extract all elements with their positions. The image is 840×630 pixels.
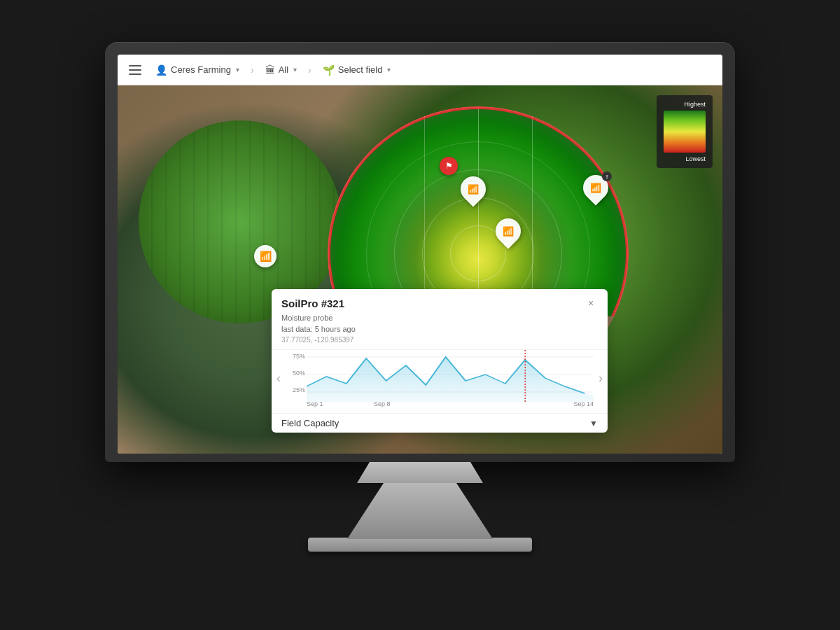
monitor-chin [357,462,483,483]
monitor: 👤 Ceres Farming ▾ › 🏛 All ▾ › 🌱 [105,42,735,588]
alert-badge: ! [602,172,612,181]
chart-x-label-sep8: Sep 8 [374,400,391,407]
chart-next-button[interactable]: › [594,350,608,406]
wifi-icon-center-top: 📶 [468,184,479,195]
legend: Highest Lowest [657,95,713,168]
org-arrow: ▾ [236,66,239,74]
flag-marker[interactable]: ⚑ [440,157,458,175]
flag-icon: ⚑ [445,161,453,171]
menu-icon[interactable] [126,60,146,80]
legend-lowest: Lowest [685,155,706,162]
info-popup: SoilPro #321 × Moisture probe last data:… [272,289,608,433]
breadcrumb-all[interactable]: 🏛 All ▾ [261,62,301,78]
chart-svg [307,350,594,402]
monitor-bezel: 👤 Ceres Farming ▾ › 🏛 All ▾ › 🌱 [105,42,735,462]
sensor-center-top[interactable]: 📶 [461,176,486,202]
chart-x-label-sep1: Sep 1 [307,400,323,407]
popup-chart-area: ‹ 75% 50% 25% [272,350,608,406]
popup-header: SoilPro #321 × [272,289,608,313]
org-label: Ceres Farming [171,64,231,75]
wifi-icon-center-mid: 📶 [503,226,514,237]
popup-title: SoilPro #321 [281,298,344,309]
org-icon: 👤 [155,64,167,76]
legend-highest: Highest [684,101,706,108]
popup-body: ‹ 75% 50% 25% [272,349,608,413]
wifi-icon-alert: 📶 [590,183,601,193]
nav-bar: 👤 Ceres Farming ▾ › 🏛 All ▾ › 🌱 [118,55,722,85]
popup-close-button[interactable]: × [584,296,598,310]
legend-gradient [664,111,706,153]
monitor-base [308,538,532,552]
sensor-pin-body-top: 📶 [456,172,491,207]
chevron-2: › [308,64,312,76]
app-container: 👤 Ceres Farming ▾ › 🏛 All ▾ › 🌱 [118,55,722,454]
chart-y-label-50: 50% [286,370,305,377]
field-arrow: ▾ [387,66,391,74]
popup-coords: 37.77025, -120.985397 [272,335,608,349]
map-container[interactable]: 📶 📶 [118,85,722,454]
chart-svg-container: 75% 50% 25% [286,350,594,406]
field-label: Select field [338,64,383,75]
monitor-screen: 👤 Ceres Farming ▾ › 🏛 All ▾ › 🌱 [118,55,722,454]
field-capacity-row: Field Capacity ▼ [272,413,608,433]
chevron-1: › [251,64,254,76]
all-label: All [279,64,288,75]
popup-subtitle: Moisture probe last data: 5 hours ago [272,313,608,335]
chart-prev-button[interactable]: ‹ [272,350,286,406]
sensor-left[interactable]: 📶 [254,245,276,267]
popup-subtitle-line1: Moisture probe [281,314,332,322]
breadcrumb-org[interactable]: 👤 Ceres Farming ▾ [151,62,244,78]
all-arrow: ▾ [293,66,297,74]
chart-y-label-25: 25% [286,386,305,393]
sensor-center-mid[interactable]: 📶 [496,218,521,244]
breadcrumb-field[interactable]: 🌱 Select field ▾ [318,62,396,78]
all-icon: 🏛 [265,64,275,76]
chart-y-label-75: 75% [286,353,305,360]
field-icon: 🌱 [323,64,335,76]
sensor-left-circle: 📶 [254,245,276,267]
sensor-right-alert[interactable]: 📶 ! [583,175,608,200]
chart-x-label-sep14: Sep 14 [573,400,594,407]
wifi-icon-left: 📶 [260,251,272,262]
field-capacity-dropdown[interactable]: ▼ [589,419,598,428]
popup-subtitle-line2: last data: 5 hours ago [281,325,356,333]
field-capacity-label: Field Capacity [281,418,339,428]
sensor-pin-body-mid: 📶 [491,214,526,249]
monitor-stand [329,483,511,539]
